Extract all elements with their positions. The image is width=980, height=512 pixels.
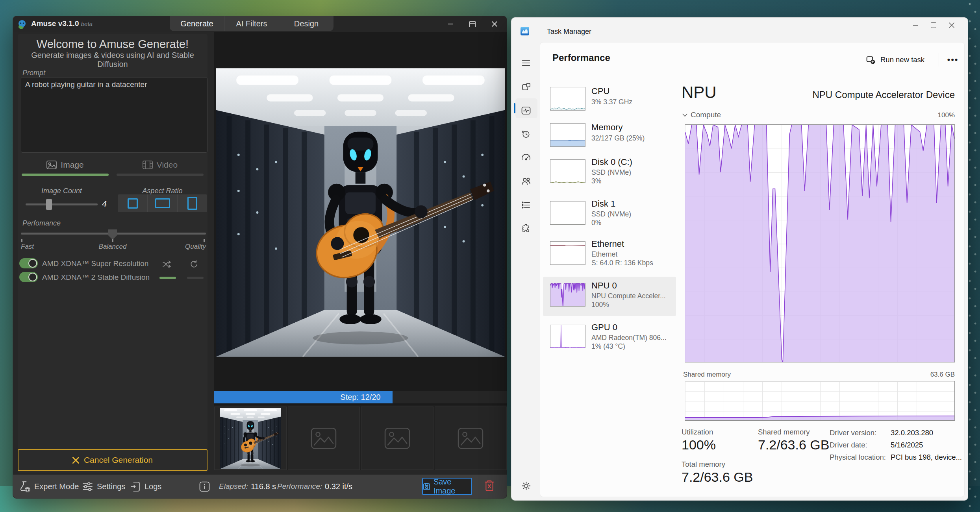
settings-button[interactable]: Settings <box>82 475 125 498</box>
shared-memory-chart-max: 63.6 GB <box>917 371 955 379</box>
info-button[interactable] <box>199 481 210 494</box>
hamburger-icon <box>521 58 531 68</box>
desktop: Amuse v3.1.0 beta Generate AI Filters De… <box>0 0 980 512</box>
refresh-indicator <box>187 277 204 279</box>
tab-generate[interactable]: Generate <box>170 16 224 31</box>
performance-slider-handle[interactable] <box>108 229 117 240</box>
device-detail: SSD (NVMe) <box>591 168 631 177</box>
npu-mini-chart <box>550 283 585 307</box>
task-manager-title: Task Manager <box>547 28 591 36</box>
amuse-tab-bar: Generate AI Filters Design <box>170 16 333 31</box>
thumbnail-1[interactable] <box>214 407 287 470</box>
image-count-value: 4 <box>102 199 107 209</box>
disk0-mini-chart <box>550 159 585 183</box>
page-title: Performance <box>552 52 610 63</box>
device-row-ethernet[interactable]: Ethernet Ethernet S: 64.0 R: 136 Kbps <box>545 238 676 272</box>
close-button[interactable] <box>486 18 503 30</box>
app-history-icon <box>521 129 531 139</box>
amuse-logo-icon <box>17 19 27 30</box>
prompt-label: Prompt <box>22 69 45 77</box>
tm-close-button[interactable] <box>943 18 961 32</box>
sidebar-item-services[interactable] <box>520 223 532 235</box>
thumbnail-2[interactable] <box>288 407 360 470</box>
shared-memory-label: Shared memory <box>758 428 810 436</box>
video-mode-indicator <box>117 174 204 176</box>
super-resolution-toggle[interactable] <box>19 258 38 268</box>
expert-mode-button[interactable]: Expert Mode <box>19 475 79 498</box>
generation-progress-bar: Step: 12/20 <box>214 391 507 403</box>
performance-status: Performance: 0.32 it/s <box>277 475 352 498</box>
generated-image <box>216 68 505 357</box>
device-detail: Ethernet <box>591 250 617 259</box>
refresh-button[interactable] <box>189 260 198 270</box>
thumbnail-strip <box>214 405 507 470</box>
image-mode-active-indicator <box>22 174 109 176</box>
aspect-square-button[interactable] <box>118 194 147 212</box>
elapsed-status: Elapsed: 116.8 s <box>219 475 276 498</box>
total-memory-label: Total memory <box>682 460 725 469</box>
super-resolution-label: AMD XDNA™ Super Resolution <box>42 259 148 268</box>
shuffle-button[interactable] <box>162 260 172 270</box>
device-name: Ethernet <box>591 239 624 249</box>
sidebar-selected-accent <box>514 103 515 113</box>
utilization-label: Utilization <box>682 428 713 436</box>
sidebar-item-details[interactable] <box>520 199 532 211</box>
sidebar-item-performance[interactable] <box>520 105 532 116</box>
processes-icon <box>521 82 531 92</box>
header-divider <box>939 53 939 67</box>
shared-memory-chart-label: Shared memory <box>683 371 731 379</box>
amuse-window-title: Amuse v3.1.0 beta <box>31 19 93 28</box>
device-detail: AMD Radeon(TM) 806... <box>591 334 667 342</box>
compute-section-toggle[interactable]: Compute <box>682 111 721 119</box>
thumbnail-3[interactable] <box>361 407 433 470</box>
minimize-button[interactable] <box>442 18 459 30</box>
mode-tab-video[interactable]: Video <box>113 160 207 170</box>
info-icon <box>199 481 210 492</box>
thumbnail-4[interactable] <box>435 407 507 470</box>
aspect-portrait-icon <box>187 197 197 210</box>
aspect-portrait-button[interactable] <box>177 194 207 212</box>
run-new-task-button[interactable]: Run new task <box>866 52 924 68</box>
tick-quality <box>204 239 205 242</box>
device-row-memory[interactable]: Memory 32/127 GB (25%) <box>545 120 676 150</box>
mode-tab-image[interactable]: Image <box>18 160 113 170</box>
sidebar-item-users[interactable] <box>520 175 532 187</box>
device-row-cpu[interactable]: CPU 3% 3.37 GHz <box>545 84 676 114</box>
utilization-value: 100% <box>682 437 716 453</box>
device-row-gpu0[interactable]: GPU 0 AMD Radeon(TM) 806... 1% (43 °C) <box>545 322 676 355</box>
device-detail: NPU Compute Acceler... <box>591 292 666 300</box>
tm-maximize-button[interactable] <box>924 18 943 32</box>
device-row-disk0[interactable]: Disk 0 (C:) SSD (NVMe) 3% <box>545 156 676 190</box>
shared-memory-chart <box>685 381 955 421</box>
amuse-statusbar: Expert Mode Settings Logs Ela <box>13 475 507 498</box>
image-count-slider[interactable] <box>26 203 98 205</box>
stable-diffusion-label: AMD XDNA™ 2 Stable Diffusion <box>42 273 150 282</box>
aspect-landscape-button[interactable] <box>147 194 177 212</box>
sidebar-menu-button[interactable] <box>520 57 532 69</box>
prompt-input[interactable]: A robot playing guitar in a datacenter <box>21 77 207 153</box>
logs-button[interactable]: Logs <box>131 475 161 498</box>
npu-device-name: NPU Compute Accelerator Device <box>763 89 955 100</box>
sidebar-item-app-history[interactable] <box>520 128 532 140</box>
device-row-npu0[interactable]: NPU 0 NPU Compute Acceler... 100% <box>545 280 676 316</box>
logs-icon <box>131 481 141 492</box>
shuffle-active-indicator <box>159 277 176 279</box>
maximize-button[interactable] <box>464 18 481 30</box>
stable-diffusion-toggle[interactable] <box>19 272 38 282</box>
save-image-button[interactable]: Save Image <box>422 478 472 495</box>
sidebar-item-processes[interactable] <box>520 81 532 93</box>
sidebar-item-startup-apps[interactable] <box>520 152 532 163</box>
task-manager-window: Task Manager <box>511 17 968 501</box>
delete-image-button[interactable] <box>484 479 495 494</box>
tm-minimize-button[interactable] <box>906 18 924 32</box>
tab-design[interactable]: Design <box>279 16 333 31</box>
performance-label: Perfomance <box>22 219 61 227</box>
save-icon <box>423 482 430 491</box>
image-count-slider-handle[interactable] <box>46 199 52 210</box>
sidebar-settings-button[interactable] <box>520 480 532 492</box>
more-options-button[interactable]: ••• <box>944 52 962 68</box>
tab-ai-filters[interactable]: AI Filters <box>224 16 279 31</box>
amuse-titlebar[interactable]: Amuse v3.1.0 beta Generate AI Filters De… <box>13 16 507 32</box>
device-row-disk1[interactable]: Disk 1 SSD (NVMe) 0% <box>545 198 676 232</box>
cancel-generation-button[interactable]: Cancel Generation <box>18 449 207 471</box>
